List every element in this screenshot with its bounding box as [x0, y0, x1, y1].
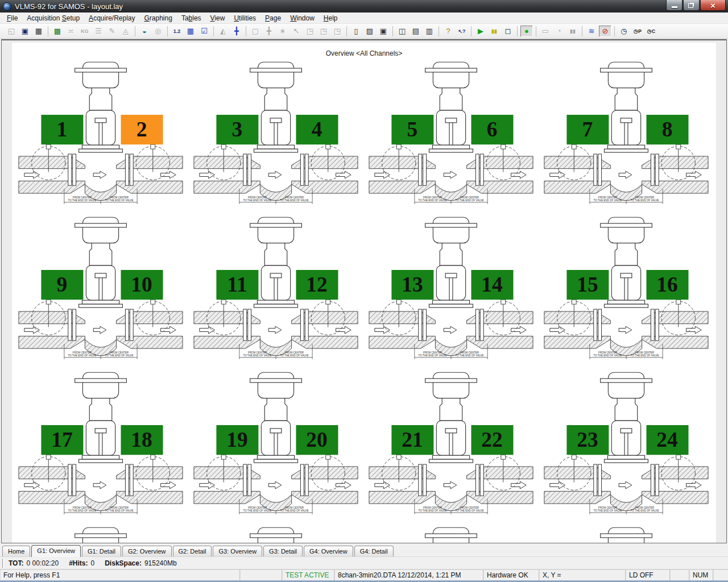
tab-g2-overview[interactable]: G2: Overview: [122, 546, 172, 556]
menu-tables[interactable]: Tables: [177, 13, 206, 23]
menu-window[interactable]: Window: [286, 13, 319, 23]
toolbar: ◱▣▦▩≍KG☰✎◬◒◎1.2▦☑◭╋▢╋∗↖◳◳◳▯▨▣◫▤▥?↖?▶▮▮◻●…: [0, 24, 728, 39]
minimize-button[interactable]: [666, 0, 682, 11]
menu-utilities[interactable]: Utilities: [229, 13, 260, 23]
svg-text:19: 19: [226, 428, 247, 451]
flow-arrows: [200, 481, 351, 489]
valve-diagram: FROM CENTER TO THE END OF VALVE FROM CEN…: [16, 526, 185, 543]
stop-acquisition-icon[interactable]: ◻: [502, 26, 514, 37]
valve-diagram: FROM CENTER TO THE END OF VALVE FROM CEN…: [542, 526, 710, 543]
new-page-icon[interactable]: ▯: [350, 26, 362, 37]
pause-acquisition-icon[interactable]: ▮▮: [488, 26, 500, 37]
numeric-display-icon[interactable]: 1.2: [171, 26, 183, 37]
checkbox-options-icon[interactable]: ☑: [198, 26, 210, 37]
bonnet-flange: [257, 300, 294, 304]
svg-text:FROM CENTER: FROM CENTER: [110, 506, 129, 509]
channel-label-right: 2: [121, 115, 163, 144]
menu-graphing[interactable]: Graphing: [140, 13, 177, 23]
flow-arrows: [375, 326, 526, 334]
tile-vertical-icon[interactable]: ▥: [423, 26, 436, 37]
database-icon[interactable]: ◒: [138, 26, 151, 37]
svg-text:17: 17: [51, 428, 72, 451]
tab-home[interactable]: Home: [2, 546, 30, 556]
tab-g3-detail[interactable]: G3: Detail: [263, 546, 303, 556]
clock-c-icon[interactable]: ◷C: [645, 26, 657, 37]
actuator-neck: [440, 88, 462, 110]
pipe-walls: [194, 311, 358, 356]
svg-text:FROM CENTER: FROM CENTER: [248, 506, 267, 509]
cascade-windows-icon[interactable]: ◫: [396, 26, 408, 37]
channel-setup-icon: ☰: [92, 26, 105, 37]
statusbar: For Help, press F1 TEST ACTIVE 8chan-3mi…: [0, 569, 728, 580]
statusbar-hardware: Hardware OK: [483, 569, 539, 580]
diskspace-value: 915240Mb: [144, 559, 177, 567]
valve-cell: FROM CENTER TO THE END OF VALVE FROM CEN…: [188, 526, 363, 543]
bonnet-flange: [607, 145, 644, 149]
body-flange: [429, 149, 473, 152]
svg-text:TO THE END OF VALVE: TO THE END OF VALVE: [594, 509, 622, 512]
body-flange: [254, 149, 298, 152]
close-button[interactable]: ×: [700, 0, 726, 11]
valve-diagram: FROM CENTER TO THE END OF VALVE FROM CEN…: [16, 216, 185, 363]
pan-axes-icon[interactable]: ╋: [230, 26, 243, 37]
tab-g4-overview[interactable]: G4: Overview: [304, 546, 353, 556]
menu-help[interactable]: Help: [319, 13, 342, 23]
record-timer-icon: ◔: [553, 26, 565, 37]
page-layout-icon[interactable]: ▨: [363, 26, 376, 37]
tab-g1-detail[interactable]: G1: Detail: [82, 546, 121, 556]
svg-text:16: 16: [656, 273, 677, 296]
pipe-walls: [544, 311, 708, 356]
menu-view[interactable]: View: [206, 13, 230, 23]
tab-g3-overview[interactable]: G3: Overview: [213, 546, 262, 556]
waveform-off-icon[interactable]: ⊘: [599, 26, 611, 37]
svg-text:FROM CENTER: FROM CENTER: [423, 506, 442, 509]
menu-acquisition-setup[interactable]: Acquisition Setup: [22, 13, 84, 23]
pipe-walls: [19, 311, 183, 356]
save-icon[interactable]: ▣: [19, 26, 31, 37]
menu-file[interactable]: File: [2, 13, 22, 23]
body-flange: [429, 304, 473, 307]
bonnet: [86, 421, 115, 455]
bonnet-flange: [432, 145, 469, 149]
menu-page[interactable]: Page: [260, 13, 286, 23]
start-acquisition-icon[interactable]: ▶: [474, 26, 487, 37]
traffic-light-icon[interactable]: ●: [520, 26, 533, 37]
zoom-reset-icon: ∗: [276, 26, 289, 37]
svg-text:TO THE END OF VALVE: TO THE END OF VALVE: [243, 199, 272, 202]
tab-g1-overview[interactable]: G1: Overview: [31, 545, 81, 557]
channel-label-left: 5: [391, 115, 433, 144]
clock-icon[interactable]: ◷: [618, 26, 630, 37]
clock-p-icon[interactable]: ◷P: [631, 26, 644, 37]
hardware-setup-icon[interactable]: ▩: [51, 26, 64, 37]
actuator-neck: [440, 243, 462, 265]
valve-diagram: FROM CENTER TO THE END OF VALVE FROM CEN…: [367, 371, 535, 518]
valve-diagram: FROM CENTER TO THE END OF VALVE FROM CEN…: [542, 61, 710, 208]
zoom-box-y-icon: ◳: [317, 26, 330, 37]
help-icon[interactable]: ?: [442, 26, 454, 37]
waveform-on-icon[interactable]: ≋: [585, 26, 598, 37]
channel-label-left: 3: [216, 115, 258, 144]
menu-acquire-replay[interactable]: Acquire/Replay: [84, 13, 139, 23]
open-file-icon: ◱: [5, 26, 18, 37]
restore-button[interactable]: [683, 0, 700, 11]
tile-horizontal-icon[interactable]: ▤: [410, 26, 422, 37]
actuator-neck: [264, 88, 287, 110]
zoom-box-x-icon: ◳: [304, 26, 316, 37]
svg-text:TO THE END OF VALVE: TO THE END OF VALVE: [280, 509, 309, 512]
body-flange: [429, 459, 473, 463]
tab-g2-detail[interactable]: G2: Detail: [173, 546, 212, 556]
pipe-walls: [194, 467, 358, 511]
toolbar-separator: [471, 26, 471, 36]
svg-text:FROM CENTER: FROM CENTER: [110, 351, 129, 354]
actuator-flange: [425, 534, 477, 538]
actuator-flange: [601, 68, 652, 72]
table-view-icon[interactable]: ▦: [184, 26, 197, 37]
context-help-icon[interactable]: ↖?: [456, 26, 468, 37]
bonnet-flange: [432, 300, 469, 304]
actuator-flange: [250, 223, 302, 227]
svg-text:TO THE END OF VALVE: TO THE END OF VALVE: [631, 199, 659, 202]
tab-g4-detail[interactable]: G4: Detail: [354, 546, 394, 556]
page-window-icon[interactable]: ▣: [377, 26, 390, 37]
svg-text:21: 21: [402, 428, 423, 451]
print-icon[interactable]: ▦: [32, 26, 45, 37]
